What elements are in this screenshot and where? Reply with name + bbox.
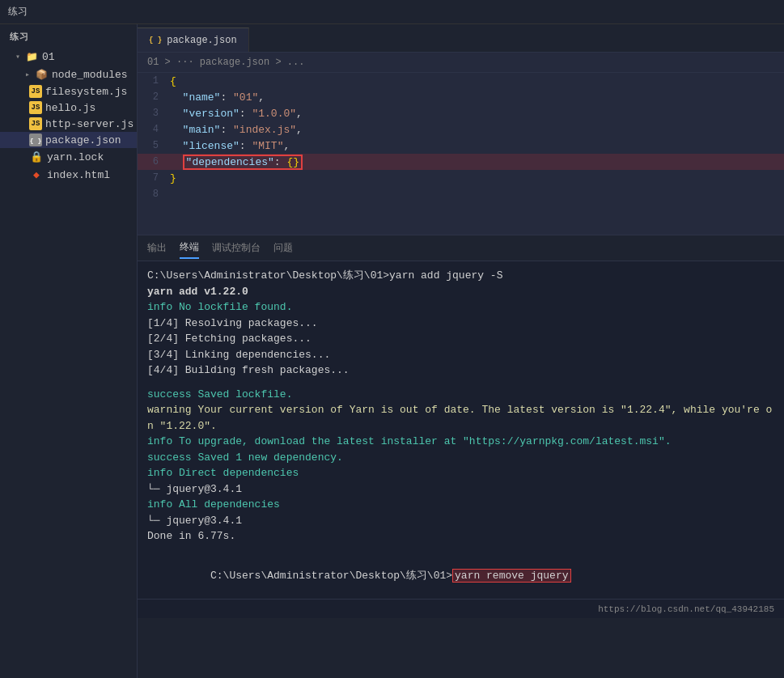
line-number-4: 4 — [138, 124, 167, 135]
code-line-4: 4 "main": "index.js", — [138, 121, 784, 138]
tab-json-icon: { } — [149, 36, 162, 44]
code-line-5: 5 "license": "MIT", — [138, 138, 784, 154]
terminal-line-14: info All dependencies — [147, 497, 774, 513]
chevron-right-icon: ▸ — [23, 70, 32, 79]
terminal-line-3: info No lockfile found. — [147, 299, 774, 316]
html-icon: ◆ — [29, 167, 44, 182]
terminal-line-12: info Direct dependencies — [147, 465, 774, 481]
code-line-1: 1 { — [138, 73, 784, 89]
sidebar: 练习 ▾ 📁 01 ▸ 📦 node_modules JS filesystem… — [0, 24, 138, 678]
line-content-3: "version": "1.0.0", — [167, 108, 784, 120]
terminal-line-2: yarn add v1.22.0 — [147, 284, 774, 300]
sidebar-label-01: 01 — [42, 51, 55, 63]
sidebar-label-http-server-js: http-server.js — [45, 118, 133, 130]
line-number-8: 8 — [138, 189, 167, 200]
terminal-line-17: C:\Users\Administrator\Desktop\练习\01>yar… — [147, 553, 774, 600]
line-number-7: 7 — [138, 172, 167, 184]
editor-area: { } package.json 01 > ··· package.json >… — [138, 24, 784, 678]
code-line-3: 3 "version": "1.0.0", — [138, 105, 784, 121]
main-layout: 练习 ▾ 📁 01 ▸ 📦 node_modules JS filesystem… — [0, 24, 784, 678]
code-line-7: 7 } — [138, 170, 784, 186]
terminal-empty-2 — [147, 545, 774, 553]
tab-label-package-json: package.json — [167, 35, 236, 46]
chevron-down-icon: ▾ — [13, 52, 23, 61]
sidebar-item-http-server-js[interactable]: JS http-server.js — [0, 116, 137, 132]
line-content-7: } — [167, 172, 784, 184]
terminal-line-9: warning Your current version of Yarn is … — [147, 402, 774, 434]
line-content-6: "dependencies": {} — [167, 155, 784, 170]
line-content-2: "name": "01", — [167, 91, 784, 104]
terminal-line-5: [2/4] Fetching packages... — [147, 331, 774, 347]
js-icon-2: JS — [29, 101, 42, 114]
sidebar-title: 练习 — [0, 24, 137, 48]
tab-package-json[interactable]: { } package.json — [138, 28, 249, 52]
sidebar-label-yarn-lock: yarn.lock — [47, 151, 104, 163]
line-number-5: 5 — [138, 140, 167, 151]
line-number-6: 6 — [138, 156, 167, 167]
sidebar-item-filesystem-js[interactable]: JS filesystem.js — [0, 83, 137, 100]
status-link: https://blog.csdn.net/qq_43942185 — [598, 604, 774, 614]
line-content-5: "license": "MIT", — [167, 140, 784, 152]
panel-tab-terminal[interactable]: 终端 — [180, 237, 199, 259]
status-bar: https://blog.csdn.net/qq_43942185 — [138, 599, 784, 618]
js-icon: JS — [29, 85, 42, 98]
sidebar-label-package-json: package.json — [45, 134, 121, 146]
terminal-line-6: [3/4] Linking dependencies... — [147, 347, 774, 363]
node-modules-icon: 📦 — [34, 67, 49, 82]
code-line-2: 2 "name": "01", — [138, 89, 784, 105]
line-number-1: 1 — [138, 75, 167, 87]
line-content-1: { — [167, 75, 784, 87]
folder-icon: 📁 — [24, 49, 39, 64]
sidebar-label-filesystem-js: filesystem.js — [45, 86, 127, 98]
terminal-prompt-2: C:\Users\Administrator\Desktop\练习\01> — [210, 570, 452, 582]
terminal[interactable]: C:\Users\Administrator\Desktop\练习\01>yar… — [138, 261, 784, 599]
terminal-line-15: └─ jquery@3.4.1 — [147, 513, 774, 529]
terminal-cmd-highlight: yarn remove jquery — [452, 569, 570, 583]
sidebar-label-index-html: index.html — [47, 169, 110, 181]
terminal-line-16: Done in 6.77s. — [147, 528, 774, 545]
sidebar-item-yarn-lock[interactable]: 🔒 yarn.lock — [0, 148, 137, 166]
json-icon: { } — [29, 133, 42, 146]
breadcrumb-text: 01 > ··· package.json > ... — [147, 57, 304, 68]
title-bar: 练习 — [0, 0, 784, 24]
panel-tab-problems[interactable]: 问题 — [273, 238, 293, 258]
title-text: 练习 — [8, 5, 28, 19]
terminal-line-11: success Saved 1 new dependency. — [147, 450, 774, 466]
sidebar-item-index-html[interactable]: ◆ index.html — [0, 166, 137, 184]
terminal-line-13: └─ jquery@3.4.1 — [147, 481, 774, 498]
sidebar-item-node-modules[interactable]: ▸ 📦 node_modules — [0, 66, 137, 83]
terminal-line-1: C:\Users\Administrator\Desktop\练习\01>yar… — [147, 268, 774, 284]
sidebar-label-node-modules: node_modules — [52, 69, 128, 81]
sidebar-label-hello-js: hello.js — [45, 102, 95, 114]
line-number-2: 2 — [138, 91, 167, 103]
panel-area: 输出 终端 调试控制台 问题 C:\Users\Administrator\De… — [138, 235, 784, 599]
breadcrumb: 01 > ··· package.json > ... — [138, 53, 784, 73]
line-number-3: 3 — [138, 108, 167, 119]
lock-icon: 🔒 — [29, 150, 44, 164]
panel-tab-output[interactable]: 输出 — [147, 238, 167, 258]
terminal-line-7: [4/4] Building fresh packages... — [147, 362, 774, 379]
editor-tabs: { } package.json — [138, 24, 784, 53]
panel-tab-debug[interactable]: 调试控制台 — [212, 238, 261, 258]
terminal-line-4: [1/4] Resolving packages... — [147, 316, 774, 332]
code-line-6: 6 "dependencies": {} — [138, 154, 784, 170]
terminal-empty-1 — [147, 379, 774, 387]
terminal-line-8: success Saved lockfile. — [147, 387, 774, 403]
terminal-line-10: info To upgrade, download the latest ins… — [147, 434, 774, 450]
code-editor[interactable]: 1 { 2 "name": "01", 3 "version": "1.0.0"… — [138, 73, 784, 235]
sidebar-item-folder-01[interactable]: ▾ 📁 01 — [0, 48, 137, 66]
sidebar-item-package-json[interactable]: { } package.json — [0, 132, 137, 148]
js-icon-3: JS — [29, 117, 42, 130]
sidebar-item-hello-js[interactable]: JS hello.js — [0, 100, 137, 116]
code-line-8: 8 — [138, 186, 784, 202]
line-content-4: "main": "index.js", — [167, 124, 784, 136]
panel-tabs: 输出 终端 调试控制台 问题 — [138, 235, 784, 261]
